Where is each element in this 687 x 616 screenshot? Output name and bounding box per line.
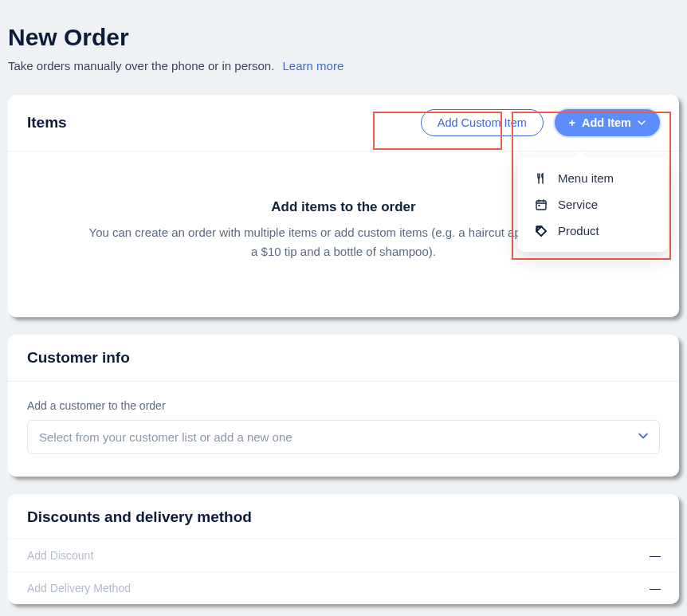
subtitle-text: Take orders manually over the phone or i… (8, 59, 274, 73)
calendar-icon (534, 198, 548, 211)
customer-card-header: Customer info (8, 335, 679, 381)
customer-field-label: Add a customer to the order (27, 385, 660, 420)
dropdown-item-menu-item[interactable]: Menu item (518, 165, 668, 191)
discounts-card: Discounts and delivery method Add Discou… (8, 494, 679, 604)
discounts-card-title: Discounts and delivery method (27, 508, 660, 526)
dash-icon: — (650, 549, 660, 562)
add-custom-item-button[interactable]: Add Custom Item (421, 109, 544, 136)
tag-icon (534, 225, 548, 237)
customer-select-placeholder: Select from your customer list or add a … (39, 430, 292, 444)
dropdown-item-label: Service (558, 198, 598, 211)
items-card-header: Items Add Custom Item + Add Item (8, 95, 679, 151)
add-item-label: Add Item (582, 116, 631, 129)
svg-rect-1 (539, 205, 540, 206)
add-discount-row[interactable]: Add Discount — (8, 539, 679, 571)
plus-icon: + (569, 117, 575, 128)
chevron-down-icon (638, 119, 646, 127)
items-card-title: Items (27, 114, 67, 131)
add-item-button[interactable]: + Add Item (555, 109, 660, 136)
add-delivery-method-row[interactable]: Add Delivery Method — (8, 571, 679, 604)
svg-rect-0 (536, 201, 546, 210)
page-title: New Order (8, 24, 679, 51)
customer-select[interactable]: Select from your customer list or add a … (27, 420, 660, 454)
utensils-icon (534, 172, 548, 185)
add-item-dropdown: Menu item Service (518, 157, 668, 252)
chevron-down-icon (638, 431, 648, 443)
dash-icon: — (650, 582, 660, 594)
customer-card-title: Customer info (27, 349, 130, 367)
add-delivery-method-label: Add Delivery Method (27, 582, 131, 594)
dropdown-item-label: Product (558, 224, 599, 237)
discounts-card-header: Discounts and delivery method (8, 494, 679, 539)
dropdown-item-service[interactable]: Service (518, 191, 668, 218)
add-discount-label: Add Discount (27, 549, 93, 562)
learn-more-link[interactable]: Learn more (283, 59, 344, 73)
dropdown-item-product[interactable]: Product (518, 218, 668, 244)
dropdown-item-label: Menu item (558, 171, 614, 185)
customer-card: Customer info Add a customer to the orde… (8, 335, 679, 477)
page-subtitle: Take orders manually over the phone or i… (8, 59, 679, 73)
